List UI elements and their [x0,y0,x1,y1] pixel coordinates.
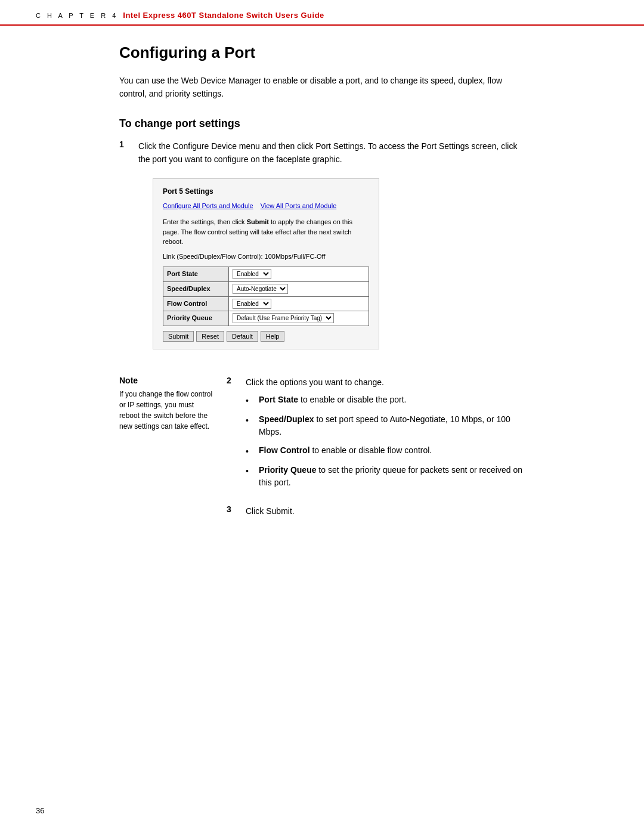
intro-text: You can use the Web Device Manager to en… [119,74,525,101]
default-button[interactable]: Default [227,331,258,342]
bullet-term-priority-queue: Priority Queue [259,465,316,475]
link-speed-info: Link (Speed/Duplex/Flow Control): 100Mbp… [163,252,369,262]
two-column-section: Note If you change the flow control or I… [119,376,525,528]
bullet-dot-3: • [246,445,255,458]
bullet-list: • Port State to enable or disable the po… [246,394,525,489]
priority-queue-value: Default (Use Frame Priority Tag) High Lo… [229,311,369,326]
help-button[interactable]: Help [261,331,285,342]
speed-duplex-select[interactable]: Auto-Negotiate 10 Mbps 100 Mbps [233,284,288,294]
note-text: If you change the flow control or IP set… [119,389,215,432]
table-row-flow-control: Flow Control Enabled Disabled [163,296,369,311]
bullet-item-speed-duplex: • Speed/Duplex to set port speed to Auto… [246,413,525,438]
note-column: Note If you change the flow control or I… [119,376,215,528]
screenshot-links: Configure All Ports and Module View All … [163,201,369,212]
screenshot-title: Port 5 Settings [163,186,369,197]
step-3-text: Click Submit. [246,504,525,518]
page-title: Configuring a Port [119,44,525,62]
port-state-value: Enabled Disabled [229,267,369,282]
speed-duplex-label: Speed/Duplex [163,282,229,297]
configure-all-ports-link[interactable]: Configure All Ports and Module [163,201,253,212]
chapter-label: C H A P T E R 4 [36,12,118,19]
link-speed-value: 100Mbps/Full/FC-Off [265,253,326,260]
bullet-item-port-state: • Port State to enable or disable the po… [246,394,525,407]
page-container: C H A P T E R 4 Intel Express 460T Stand… [0,0,644,833]
speed-duplex-value: Auto-Negotiate 10 Mbps 100 Mbps [229,282,369,297]
chapter-title: Intel Express 460T Standalone Switch Use… [123,11,324,20]
settings-table: Port State Enabled Disabled Speed/Duplex [163,267,369,326]
bullet-text-priority-queue: Priority Queue to set the priority queue… [259,464,525,489]
section-heading: To change port settings [119,117,525,130]
port-state-label: Port State [163,267,229,282]
table-row-port-state: Port State Enabled Disabled [163,267,369,282]
bullet-dot-1: • [246,395,255,407]
step-2: 2 Click the options you want to change. … [227,376,525,495]
step-3-number: 3 [227,504,241,518]
step-3: 3 Click Submit. [227,504,525,518]
priority-queue-select[interactable]: Default (Use Frame Priority Tag) High Lo… [233,313,334,323]
bullet-term-port-state: Port State [259,395,298,404]
bullet-text-flow-control: Flow Control to enable or disable flow c… [259,444,525,457]
page-number: 36 [36,806,44,815]
flow-control-label: Flow Control [163,296,229,311]
note-label: Note [119,376,215,385]
screenshot-box: Port 5 Settings Configure All Ports and … [153,178,379,349]
bullet-term-speed-duplex: Speed/Duplex [259,414,314,424]
main-column: 2 Click the options you want to change. … [227,376,525,528]
table-row-speed-duplex: Speed/Duplex Auto-Negotiate 10 Mbps 100 … [163,282,369,297]
view-all-ports-link[interactable]: View All Ports and Module [261,201,337,212]
submit-button[interactable]: Submit [163,331,194,342]
screenshot-desc: Enter the settings, then click Submit to… [163,217,369,247]
step-1-text: Click the Configure Device menu and then… [138,141,517,164]
content-area: Configuring a Port You can use the Web D… [0,26,644,552]
page-footer: 36 [36,806,44,815]
table-row-priority-queue: Priority Queue Default (Use Frame Priori… [163,311,369,326]
flow-control-select[interactable]: Enabled Disabled [233,299,271,309]
bullet-item-priority-queue: • Priority Queue to set the priority que… [246,464,525,489]
chapter-header: C H A P T E R 4 Intel Express 460T Stand… [0,0,644,26]
port-state-select[interactable]: Enabled Disabled [233,269,271,279]
buttons-row: Submit Reset Default Help [163,331,369,342]
step-1: 1 Click the Configure Device menu and th… [119,140,525,361]
bullet-text-speed-duplex: Speed/Duplex to set port speed to Auto-N… [259,413,525,438]
bullet-dot-4: • [246,465,255,478]
bullet-text-port-state: Port State to enable or disable the port… [259,394,525,406]
step-1-number: 1 [119,140,134,361]
step-2-text: Click the options you want to change. [246,377,384,387]
step-2-number: 2 [227,376,241,495]
flow-control-value: Enabled Disabled [229,296,369,311]
link-speed-label: Link (Speed/Duplex/Flow Control): [163,253,263,260]
bullet-dot-2: • [246,414,255,427]
bullet-item-flow-control: • Flow Control to enable or disable flow… [246,444,525,458]
bullet-term-flow-control: Flow Control [259,445,310,455]
reset-button[interactable]: Reset [196,331,224,342]
priority-queue-label: Priority Queue [163,311,229,326]
